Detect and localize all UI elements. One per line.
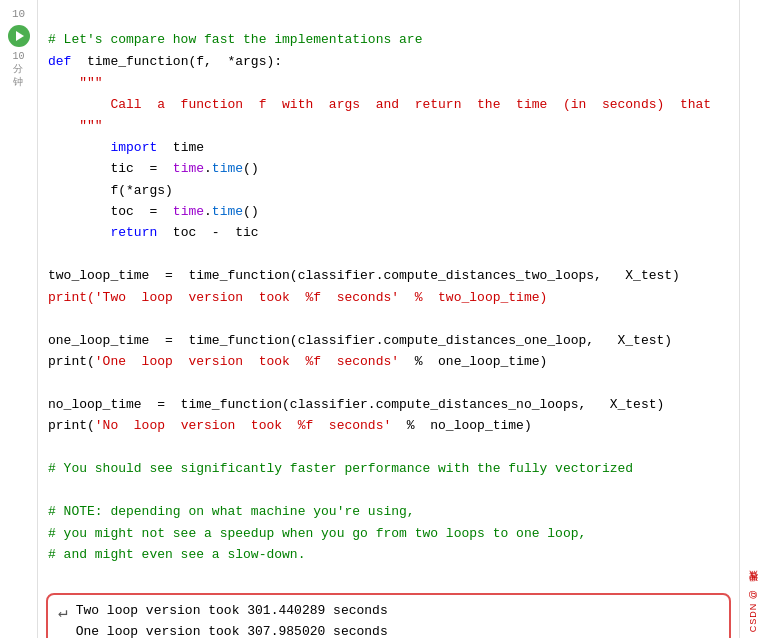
- tic-line: tic = time.time(): [48, 161, 259, 176]
- docstring-close: """: [48, 118, 103, 133]
- main-container: 10 10分钟 # Let's compare how fast the imp…: [0, 0, 767, 638]
- code-block: # Let's compare how fast the implementat…: [38, 8, 739, 587]
- one-loop-assign: one_loop_time = time_function(classifier…: [48, 333, 672, 348]
- output-section: ↵ Two loop version took 301.440289 secon…: [46, 593, 731, 638]
- note2-text: # you might not see a speedup when you g…: [48, 526, 586, 541]
- call-line: f(*args): [48, 183, 173, 198]
- one-loop-print: print('One loop version took %f seconds'…: [48, 354, 547, 369]
- output-line1: Two loop version took 301.440289 seconds: [76, 601, 388, 622]
- output-line2: One loop version took 307.985020 seconds: [76, 622, 388, 638]
- no-loop-assign: no_loop_time = time_function(classifier.…: [48, 397, 664, 412]
- code-area[interactable]: # Let's compare how fast the implementat…: [38, 0, 739, 638]
- csdn-label: CSDN @理智点: [747, 586, 760, 632]
- def-line: def time_function(f, *args):: [48, 54, 282, 69]
- note3-text: # and might even see a slow-down.: [48, 547, 305, 562]
- import-line: import time: [48, 140, 204, 155]
- right-panel: CSDN @理智点: [739, 0, 767, 638]
- output-text: Two loop version took 301.440289 seconds…: [76, 601, 388, 638]
- left-sidebar: 10 10分钟: [0, 0, 38, 638]
- docstring-open: """: [48, 75, 103, 90]
- output-icon: ↵: [58, 602, 68, 622]
- note1-text: # NOTE: depending on what machine you're…: [48, 504, 415, 519]
- comment2-text: # You should see significantly faster pe…: [48, 461, 633, 476]
- docstring-body: Call a function f with args and return t…: [48, 97, 711, 112]
- toc-line: toc = time.time(): [48, 204, 259, 219]
- cell-number: 10: [12, 8, 25, 21]
- comment1-text: # Let's compare how fast the implementat…: [48, 32, 422, 47]
- two-loop-print: print('Two loop version took %f seconds'…: [48, 290, 547, 305]
- run-button[interactable]: [8, 25, 30, 47]
- cell-time: 10分钟: [12, 50, 24, 89]
- return-line: return toc - tic: [48, 225, 259, 240]
- no-loop-print: print('No loop version took %f seconds' …: [48, 418, 532, 433]
- two-loop-assign: two_loop_time = time_function(classifier…: [48, 268, 680, 283]
